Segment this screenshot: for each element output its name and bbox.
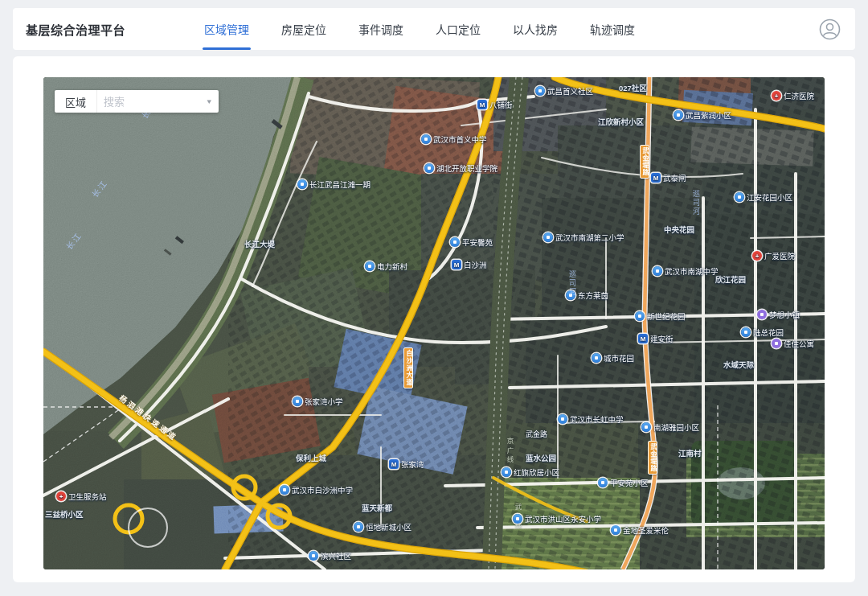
map-text-label: 保利上城 bbox=[296, 452, 326, 463]
map-label-text: 武九线 bbox=[513, 504, 522, 532]
map-label-text: 东方莱茵 bbox=[578, 290, 608, 301]
metro-icon: M bbox=[651, 173, 661, 183]
map-text-label: 长江 bbox=[88, 177, 110, 199]
metro-icon: M bbox=[389, 459, 399, 469]
poi-dot-icon bbox=[280, 485, 289, 495]
nav-tabs: 区域管理房屋定位事件调度人口定位以人找房轨迹调度 bbox=[188, 8, 651, 50]
app-title: 基层综合治理平台 bbox=[13, 21, 138, 38]
map-label-layer: 长江长江长江长江大堤长江武昌江滩一期武汉市首义中学湖北开放职业学院M八铺街武昌首… bbox=[43, 77, 825, 569]
map-label-text: 红旗欣居小区 bbox=[514, 467, 559, 478]
map-label-text: 武金堤路 bbox=[649, 443, 656, 472]
poi-marker: 滨兴社区 bbox=[309, 550, 351, 561]
map-label-text: 广爱医院 bbox=[764, 250, 795, 261]
poi-marker: 佳住公寓 bbox=[772, 338, 814, 349]
map-label-text: 三益桥小区 bbox=[45, 508, 84, 520]
poi-dot-icon bbox=[502, 467, 511, 477]
user-avatar-icon[interactable] bbox=[819, 18, 841, 40]
poi-dot-icon bbox=[365, 261, 375, 271]
nav-tab-2[interactable]: 事件调度 bbox=[347, 8, 415, 50]
map-text-label: 白沙洲大道 bbox=[403, 347, 413, 388]
map-text-label: 027社区 bbox=[619, 82, 647, 93]
nav-tab-1[interactable]: 房屋定位 bbox=[270, 8, 338, 50]
nav-tab-0[interactable]: 区域管理 bbox=[193, 8, 260, 50]
satellite-map[interactable]: 区域 ▾ 长江长江长江长江大堤长江武昌江滩一期武汉市首义中学湖北开放职业学院M八… bbox=[43, 77, 825, 569]
map-label-text: 白沙洲大道 bbox=[405, 350, 411, 386]
poi-dot-icon bbox=[611, 525, 620, 535]
poi-marker: 梦想小镇 bbox=[757, 309, 800, 320]
poi-marker: 长江武昌江滩一期 bbox=[297, 179, 371, 190]
poi-marker: 陆总花园 bbox=[741, 327, 784, 338]
poi-dot-icon bbox=[741, 327, 751, 337]
map-label-text: 长江大堤 bbox=[244, 238, 275, 249]
poi-dot-icon bbox=[535, 86, 545, 96]
poi-marker: 武汉市南湖中学 bbox=[653, 265, 719, 277]
map-label-text: 张家湾小学 bbox=[305, 396, 343, 407]
map-label-text: 027社区 bbox=[619, 82, 647, 93]
nav-tab-3[interactable]: 人口定位 bbox=[424, 8, 492, 50]
poi-dot-icon bbox=[309, 551, 318, 561]
poi-marker: 新世纪花园 bbox=[635, 310, 686, 322]
map-label-text: 卫生服务站 bbox=[68, 491, 107, 502]
map-label-text: 滨兴社区 bbox=[321, 550, 351, 561]
poi-dot-icon bbox=[421, 134, 431, 144]
poi-dot-icon bbox=[354, 522, 363, 532]
poi-marker: 东方莱茵 bbox=[566, 290, 608, 301]
poi-dot-icon bbox=[735, 192, 744, 202]
content-card: 区域 ▾ 长江长江长江长江大堤长江武昌江滩一期武汉市首义中学湖北开放职业学院M八… bbox=[13, 56, 855, 582]
metro-station-marker: M张家湾 bbox=[389, 458, 424, 470]
top-navbar: 基层综合治理平台 区域管理房屋定位事件调度人口定位以人找房轨迹调度 bbox=[13, 8, 855, 50]
map-label-text: 武金堤路 bbox=[641, 147, 648, 176]
region-search-input[interactable] bbox=[97, 96, 199, 108]
map-text-label: 巡司河 bbox=[567, 270, 578, 297]
poi-marker: 武汉市长虹中学 bbox=[558, 413, 624, 425]
map-label-text: 建安街 bbox=[650, 333, 674, 344]
map-label-text: 长江武昌江滩一期 bbox=[309, 179, 371, 190]
map-label-text: 武昌紫润小区 bbox=[686, 109, 731, 121]
map-label-text: 金地圣爱米伦 bbox=[623, 524, 669, 536]
map-label-text: 中央花园 bbox=[664, 224, 694, 235]
poi-marker: 南湖雅园小区 bbox=[641, 421, 699, 433]
nav-tab-4[interactable]: 以人找房 bbox=[502, 8, 569, 50]
poi-dot-icon bbox=[641, 422, 651, 432]
chevron-down-icon[interactable]: ▾ bbox=[199, 97, 219, 105]
map-text-label: 武金堤路 bbox=[640, 145, 649, 179]
map-label-text: 武昌首义社区 bbox=[547, 85, 593, 97]
map-text-label: 水域天际 bbox=[723, 359, 754, 370]
poi-marker: 湖北开放职业学院 bbox=[424, 162, 497, 174]
nav-tab-5[interactable]: 轨迹调度 bbox=[579, 8, 646, 50]
map-label-text: 武汉市长虹中学 bbox=[570, 413, 624, 425]
map-label-text: 电力新村 bbox=[377, 261, 407, 272]
poi-marker: 平安苑小区 bbox=[598, 477, 649, 488]
poi-dot-icon bbox=[653, 266, 662, 276]
poi-marker: 江安花园小区 bbox=[735, 191, 792, 203]
map-label-text: 京广线 bbox=[505, 438, 514, 466]
map-label-text: 蓝水公园 bbox=[526, 452, 556, 463]
map-label-text: 白沙洲 bbox=[464, 259, 487, 270]
map-text-label: 武金路 bbox=[526, 429, 547, 439]
map-text-label: 欣江花园 bbox=[715, 273, 746, 285]
map-text-label: 武金堤路 bbox=[648, 441, 657, 475]
map-text-label: 京广线 bbox=[505, 438, 514, 466]
map-label-text: 江南村 bbox=[678, 447, 702, 458]
map-label-text: 长江 bbox=[63, 229, 84, 252]
map-label-text: 平安苑小区 bbox=[610, 477, 649, 488]
map-label-text: 新世纪花园 bbox=[647, 310, 686, 322]
map-label-text: 八铺街 bbox=[489, 99, 513, 110]
map-label-text: 南湖雅园小区 bbox=[653, 421, 699, 433]
map-label-text: 保利上城 bbox=[296, 452, 326, 463]
metro-station-marker: M武泰闸 bbox=[651, 172, 686, 183]
poi-marker: 武汉市南湖第二小学 bbox=[543, 232, 624, 243]
map-label-text: 江欣新村小区 bbox=[598, 116, 644, 127]
region-search-control[interactable]: 区域 ▾ bbox=[55, 90, 219, 113]
map-label-text: 武汉市首义中学 bbox=[433, 134, 487, 145]
metro-icon: M bbox=[638, 334, 648, 343]
map-label-text: 武汉市南湖第二小学 bbox=[555, 232, 624, 243]
poi-dot-icon bbox=[635, 311, 645, 321]
map-label-text: 陆总花园 bbox=[753, 327, 784, 338]
map-text-label: 江欣新村小区 bbox=[598, 116, 644, 127]
map-text-label: 蓝水公园 bbox=[526, 452, 556, 463]
hospital-marker: +卫生服务站 bbox=[56, 491, 107, 502]
poi-marker: 武汉市首义中学 bbox=[421, 134, 487, 145]
poi-dot-icon bbox=[674, 110, 683, 120]
poi-dot-icon bbox=[513, 514, 522, 524]
